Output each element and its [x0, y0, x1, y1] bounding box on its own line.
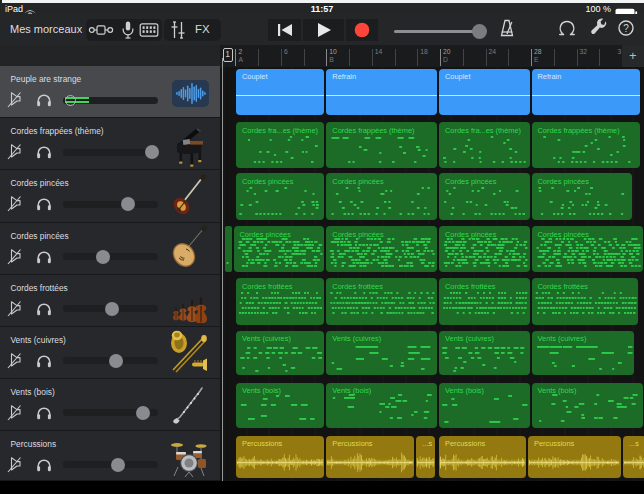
svg-text:?: ? [623, 23, 629, 34]
